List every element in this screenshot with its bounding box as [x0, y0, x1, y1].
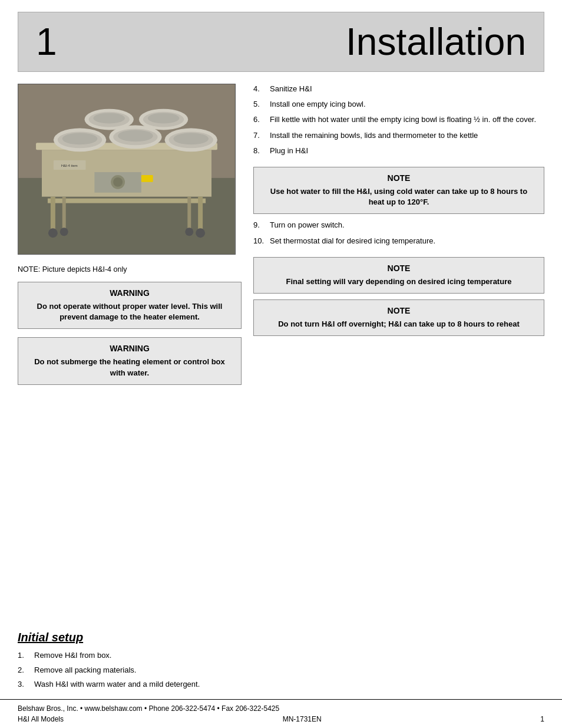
warning2-body: Do not submerge the heating element or c… [27, 357, 233, 378]
chapter-title: Installation [57, 23, 526, 61]
svg-text:H&I-4  item: H&I-4 item [61, 164, 78, 167]
svg-rect-7 [141, 175, 153, 182]
footer-left: H&I All Models [18, 715, 64, 723]
step-number: 8. [253, 146, 270, 156]
note-box-3: NOTE Do not turn H&I off overnight; H&I … [253, 299, 544, 336]
step-number: 5. [253, 99, 270, 110]
svg-point-22 [118, 130, 153, 141]
note-box-2: NOTE Final setting will vary depending o… [253, 257, 544, 294]
list-item: 6.Fill kettle with hot water until the e… [253, 114, 544, 125]
warning-box-1: WARNING Do not operate without proper wa… [18, 282, 242, 329]
svg-rect-8 [48, 199, 206, 203]
initial-setup-section: Initial setup 1.Remove H&I from box.2.Re… [0, 625, 562, 699]
step-number: 1. [18, 650, 34, 661]
note3-title: NOTE [262, 306, 535, 315]
step-number: 7. [253, 130, 270, 141]
step-text: Fill kettle with hot water until the emp… [270, 114, 544, 125]
step-text: Sanitize H&I [270, 84, 544, 94]
list-item: 9.Turn on power switch. [253, 220, 544, 230]
main-content: H&I-4 item NOTE: Picture depicts H&I-4 o… [0, 72, 562, 625]
step-text: Remove H&I from box. [34, 650, 544, 661]
note1-title: NOTE [262, 173, 535, 183]
svg-rect-10 [198, 197, 203, 232]
left-column: H&I-4 item NOTE: Picture depicts H&I-4 o… [18, 84, 242, 619]
list-item: 1.Remove H&I from box. [18, 650, 544, 661]
step-number: 6. [253, 114, 270, 125]
warning1-body: Do not operate without proper water leve… [27, 301, 233, 322]
step-number: 3. [18, 679, 34, 690]
note1-body: Use hot water to fill the H&I, using col… [262, 186, 535, 207]
step-number: 4. [253, 84, 270, 94]
step-text: Wash H&I with warm water and a mild dete… [34, 679, 544, 690]
step-number: 9. [253, 220, 270, 230]
svg-point-31 [148, 113, 180, 124]
list-item: 4.Sanitize H&I [253, 84, 544, 94]
initial-setup-title: Initial setup [18, 631, 544, 644]
svg-point-25 [173, 133, 209, 144]
step-text: Turn on power switch. [270, 220, 544, 230]
list-item: 2.Remove all packing materials. [18, 665, 544, 676]
list-item: 8.Plug in H&I [253, 146, 544, 156]
svg-point-14 [196, 228, 205, 238]
note2-body: Final setting will vary depending on des… [262, 276, 535, 287]
footer-center: MN-1731EN [283, 715, 322, 723]
right-column: 4.Sanitize H&I5.Install one empty icing … [253, 84, 544, 619]
list-item: 5.Install one empty icing bowl. [253, 99, 544, 110]
step-text: Plug in H&I [270, 146, 544, 156]
svg-point-13 [48, 228, 58, 238]
footer-line1: Belshaw Bros., Inc. • www.belshaw.com • … [18, 704, 544, 713]
step-number: 2. [18, 665, 34, 676]
warning1-title: WARNING [27, 288, 233, 298]
note2-title: NOTE [262, 263, 535, 273]
setup-list: 1.Remove H&I from box.2.Remove all packi… [18, 650, 544, 690]
svg-point-19 [62, 133, 98, 144]
steps-list-1: 4.Sanitize H&I5.Install one empty icing … [253, 84, 544, 161]
svg-point-16 [185, 228, 193, 236]
step-text: Install the remaining bowls, lids and th… [270, 130, 544, 141]
svg-point-6 [113, 177, 123, 187]
svg-rect-11 [62, 197, 66, 231]
equipment-image: H&I-4 item [18, 84, 236, 255]
list-item: 10.Set thermostat dial for desired icing… [253, 236, 544, 246]
svg-point-28 [93, 113, 125, 124]
chapter-number: 1 [36, 23, 57, 61]
step-text: Remove all packing materials. [34, 665, 544, 676]
image-note: NOTE: Picture depicts H&I-4 only [18, 265, 242, 274]
svg-rect-12 [187, 197, 191, 231]
steps-list-2: 9.Turn on power switch.10.Set thermostat… [253, 220, 544, 251]
page: 1 Installation [0, 0, 562, 728]
note3-body: Do not turn H&I off overnight; H&I can t… [262, 319, 535, 330]
footer-bottom: H&I All Models MN-1731EN 1 [18, 715, 544, 723]
note-box-1: NOTE Use hot water to fill the H&I, usin… [253, 167, 544, 214]
footer-right: 1 [540, 715, 544, 723]
step-text: Set thermostat dial for desired icing te… [270, 236, 544, 246]
warning-box-2: WARNING Do not submerge the heating elem… [18, 337, 242, 384]
header-bar: 1 Installation [18, 12, 544, 72]
footer: Belshaw Bros., Inc. • www.belshaw.com • … [0, 699, 562, 728]
warning2-title: WARNING [27, 344, 233, 353]
list-item: 3.Wash H&I with warm water and a mild de… [18, 679, 544, 690]
step-number: 10. [253, 236, 270, 246]
step-text: Install one empty icing bowl. [270, 99, 544, 110]
svg-rect-9 [51, 197, 55, 232]
list-item: 7.Install the remaining bowls, lids and … [253, 130, 544, 141]
svg-point-15 [60, 228, 68, 236]
